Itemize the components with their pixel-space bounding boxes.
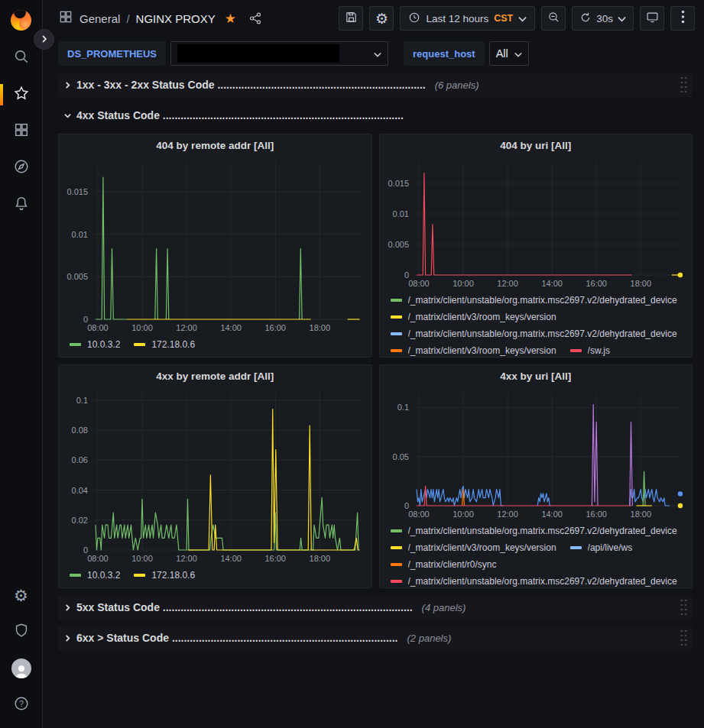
panel-title[interactable]: 404 by remote addr [All] (59, 134, 371, 156)
svg-text:0.1: 0.1 (76, 396, 88, 405)
svg-text:0.01: 0.01 (72, 230, 88, 239)
tv-mode-button[interactable] (640, 6, 664, 31)
row-6xx[interactable]: 6xx > Status Code ......................… (58, 626, 693, 650)
svg-text:14:00: 14:00 (541, 510, 563, 519)
star-outline-icon (13, 85, 30, 105)
row-drag-handle[interactable] (680, 598, 688, 616)
svg-text:0.1: 0.1 (397, 403, 408, 412)
svg-text:14:00: 14:00 (541, 279, 563, 288)
refresh-picker[interactable]: 30s (572, 6, 634, 31)
save-dashboard-button[interactable] (339, 6, 363, 31)
dashboard-settings-button[interactable]: ⚙ (369, 6, 394, 31)
svg-text:0.02: 0.02 (72, 516, 88, 525)
row-title: 4xx Status Code ........................… (76, 109, 404, 121)
sidebar-item-profile[interactable] (0, 650, 42, 687)
dashboards-grid-icon (13, 121, 30, 141)
favorite-star-icon[interactable]: ★ (225, 11, 236, 27)
legend-item[interactable]: /sw.js (570, 342, 610, 357)
breadcrumb-separator: / (126, 12, 129, 25)
legend-item[interactable]: 10.0.3.2 (70, 567, 120, 584)
row-title: 5xx Status Code ........................… (76, 601, 413, 613)
time-picker[interactable]: Last 12 hours CST (400, 6, 535, 31)
legend-series-label: /_matrix/client/unstable/org.matrix.msc2… (408, 295, 677, 306)
row-drag-handle[interactable] (680, 76, 688, 94)
panel-404-by-uri: 404 by uri [All] 00.0050.010.01508:0010:… (379, 134, 693, 358)
legend-series-label: /_matrix/client/unstable/org.matrix.msc2… (408, 328, 677, 339)
panel-title[interactable]: 404 by uri [All] (380, 134, 693, 156)
chart-legend: 10.0.3.2172.18.0.6 (59, 335, 371, 357)
legend-item[interactable]: /_matrix/client/v3/room_keys/version (391, 342, 556, 357)
legend-item[interactable]: /_matrix/client/unstable/org.matrix.msc2… (391, 292, 677, 309)
sidebar-item-configuration[interactable]: ⚙ (0, 577, 42, 613)
variable-ds-prometheus: DS_PROMETHEUS (58, 41, 388, 66)
legend-item[interactable]: 10.0.3.2 (70, 336, 120, 353)
legend-series-label: 10.0.3.2 (87, 339, 120, 350)
share-icon[interactable] (248, 11, 262, 25)
svg-text:0.005: 0.005 (388, 240, 409, 249)
sidebar-item-alerting[interactable] (0, 186, 42, 223)
time-series-chart[interactable]: 00.0050.010.01508:0010:0012:0014:0016:00… (380, 156, 693, 290)
svg-text:14:00: 14:00 (220, 323, 242, 332)
avatar (11, 658, 31, 678)
variable-value-dropdown[interactable] (170, 41, 388, 66)
breadcrumb-dashboard-title[interactable]: NGINX PROXY (136, 12, 216, 25)
time-series-chart[interactable]: 00.020.040.060.080.108:0010:0012:0014:00… (59, 387, 371, 565)
chart-legend: /_matrix/client/unstable/org.matrix.msc2… (380, 290, 693, 357)
svg-text:18:00: 18:00 (630, 510, 651, 519)
svg-text:0.015: 0.015 (67, 187, 88, 196)
svg-text:16:00: 16:00 (586, 510, 607, 519)
svg-text:12:00: 12:00 (497, 510, 518, 519)
legend-item[interactable]: /_matrix/client/v3/room_keys/version (391, 309, 556, 325)
row-panel-count: (2 panels) (407, 633, 452, 644)
variable-label: request_host (404, 41, 485, 66)
svg-text:16:00: 16:00 (586, 279, 607, 288)
svg-text:10:00: 10:00 (453, 279, 474, 288)
legend-series-label: /_matrix/client/unstable/org.matrix.msc2… (408, 526, 677, 536)
breadcrumb-folder[interactable]: General (79, 12, 120, 25)
help-icon: ? (13, 695, 30, 715)
time-series-chart[interactable]: 00.0050.010.01508:0010:0012:0014:0016:00… (59, 156, 371, 335)
chevron-right-icon (58, 604, 76, 611)
legend-item[interactable]: /_matrix/client/r0/sync (391, 556, 497, 573)
legend-item[interactable]: /_matrix/client/unstable/org.matrix.msc2… (391, 523, 677, 539)
svg-text:0.005: 0.005 (67, 272, 88, 281)
sidebar-item-starred[interactable] (0, 76, 42, 113)
legend-series-color (570, 349, 582, 352)
legend-series-color (391, 529, 402, 532)
sidebar-expand-button[interactable] (34, 29, 54, 50)
sidebar-item-dashboards[interactable] (0, 113, 42, 150)
row-4xx[interactable]: 4xx Status Code ........................… (58, 103, 693, 128)
svg-text:0.01: 0.01 (392, 209, 408, 218)
legend-item[interactable]: 172.18.0.6 (134, 336, 195, 353)
chevron-down-icon (58, 112, 76, 119)
row-5xx[interactable]: 5xx Status Code ........................… (58, 595, 693, 620)
row-1xx-3xx-2xx[interactable]: 1xx - 3xx - 2xx Status Code ............… (58, 73, 693, 97)
variable-value-dropdown[interactable]: All (489, 41, 529, 66)
panel-title[interactable]: 4xx by remote addr [All] (59, 365, 371, 387)
svg-text:0.08: 0.08 (72, 425, 88, 435)
svg-text:16:00: 16:00 (264, 554, 286, 563)
chevron-down-icon (374, 47, 381, 60)
legend-item[interactable]: /_matrix/client/unstable/org.matrix.msc2… (391, 573, 677, 587)
sidebar-item-help[interactable]: ? (0, 687, 42, 723)
timezone-label: CST (494, 13, 513, 24)
svg-text:?: ? (19, 700, 24, 708)
variable-label: DS_PROMETHEUS (58, 41, 166, 66)
kebab-menu-button[interactable] (670, 6, 695, 31)
legend-item[interactable]: /_matrix/client/v3/room_keys/version (391, 539, 556, 556)
kebab-icon (681, 10, 685, 27)
time-series-chart[interactable]: 00.050.108:0010:0012:0014:0016:0018:00 (380, 387, 693, 521)
svg-text:18:00: 18:00 (630, 279, 651, 288)
row-drag-handle[interactable] (680, 629, 688, 647)
sidebar-item-server-admin[interactable] (0, 613, 42, 650)
legend-item[interactable]: /api/live/ws (570, 539, 633, 556)
panel-title[interactable]: 4xx by uri [All] (380, 365, 693, 387)
sidebar-item-explore[interactable] (0, 150, 42, 186)
zoom-out-button[interactable] (541, 6, 566, 31)
legend-item[interactable]: /_matrix/client/unstable/org.matrix.msc2… (391, 325, 677, 342)
legend-item[interactable]: 172.18.0.6 (134, 567, 195, 584)
svg-text:0.05: 0.05 (392, 452, 408, 461)
save-icon (345, 11, 358, 27)
variables-bar: DS_PROMETHEUS request_host All (43, 37, 704, 70)
legend-series-color (391, 546, 402, 549)
